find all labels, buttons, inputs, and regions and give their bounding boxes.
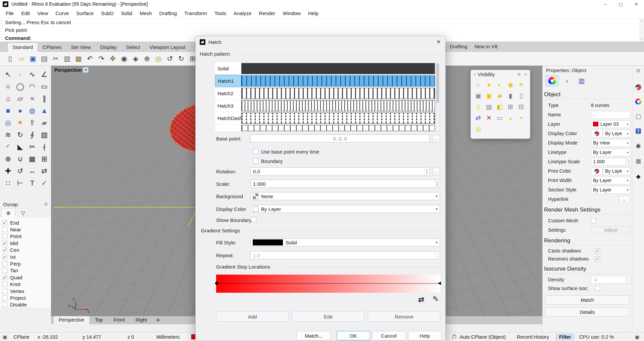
zoom-window-icon[interactable]: ◈	[130, 53, 141, 64]
help-tab-icon[interactable]: ?	[636, 128, 641, 134]
menu-item[interactable]: Render	[255, 10, 279, 16]
menu-item[interactable]: Analyze	[230, 10, 255, 16]
osnap-item[interactable]: Knot	[2, 281, 51, 288]
pattern-row-hatch3[interactable]: Hatch3	[215, 100, 435, 112]
details-button[interactable]: Details	[545, 307, 629, 317]
tool-mesh-icon[interactable]: ▦	[26, 153, 38, 165]
menu-item[interactable]: SubD	[97, 10, 117, 16]
tool-cone-icon[interactable]: ▲	[38, 105, 50, 117]
osnap-checkbox[interactable]	[2, 247, 7, 252]
gradient-stop-end[interactable]	[438, 282, 441, 285]
tool-rectangle-icon[interactable]: ▭	[38, 80, 50, 93]
hatch-dialog-titlebar[interactable]: 8 Hatch	[196, 36, 445, 48]
cut-icon[interactable]: ✂	[50, 53, 61, 64]
edit-gradient-icon[interactable]: ✎	[433, 295, 439, 303]
toolbar-tab[interactable]: Display	[96, 43, 121, 52]
print-color-dropdown[interactable]: By Laye▾	[603, 167, 631, 175]
display-mode-dropdown[interactable]: By View▾	[591, 139, 631, 147]
lock-icon[interactable]: ▮	[505, 90, 516, 101]
tool-dimension-icon[interactable]: ⊢	[14, 177, 26, 189]
new-document-icon[interactable]: ▯	[5, 53, 15, 64]
undo-view-icon[interactable]: ↺	[164, 53, 175, 64]
spinner[interactable]: ▲▼	[424, 168, 429, 175]
menu-item[interactable]: Drafting	[156, 10, 181, 16]
object-properties-tab[interactable]	[545, 75, 559, 87]
toolbar-tab[interactable]: Viewport Layout	[145, 43, 190, 52]
osnap-tab[interactable]: ⊕	[1, 208, 15, 218]
print-icon[interactable]: ▤	[39, 53, 50, 64]
tool-cylinder-icon[interactable]: ◍	[26, 105, 38, 117]
show-isocurves-checkbox[interactable]	[595, 286, 600, 291]
layer-dropdown[interactable]: Layer 03 ▾	[591, 120, 631, 128]
tool-rotate-icon[interactable]: ↺	[14, 165, 26, 177]
tool-sphere-icon[interactable]: ●	[14, 105, 26, 117]
open-file-icon[interactable]: ▱	[16, 53, 27, 64]
cancel-button[interactable]: Cancel	[372, 331, 406, 340]
spinner[interactable]: ▲▼	[627, 158, 631, 166]
material-tab[interactable]: ◖	[560, 75, 574, 87]
tool-revolve-icon[interactable]: ↻	[14, 129, 26, 141]
show-object-icon[interactable]: ●	[484, 79, 494, 90]
zoom-selected-icon[interactable]: ◎	[153, 53, 164, 64]
monitor-icon[interactable]: ▣	[3, 333, 7, 341]
ok-button[interactable]: OK	[337, 331, 370, 340]
isolate-icon[interactable]: ◈	[494, 90, 505, 101]
tool-extrude-icon[interactable]: ⇧	[26, 117, 38, 129]
tool-surface-icon[interactable]: ▰	[38, 117, 50, 129]
tool-sweep-icon[interactable]: ∮	[26, 129, 38, 141]
record-history-toggle[interactable]: Record History	[517, 333, 549, 341]
grid-tab-icon[interactable]: ▦	[636, 158, 641, 165]
filter-tab[interactable]: ▽	[16, 208, 30, 218]
monitor-icon[interactable]: ▢	[636, 113, 641, 120]
toolbar-tab-new-in-v8[interactable]: New in V8	[475, 44, 497, 49]
lock-visibility-icon[interactable]: ◧	[494, 101, 505, 112]
match-properties-button[interactable]: Match	[545, 295, 629, 304]
minimize-button[interactable]: –	[598, 0, 613, 8]
name-field[interactable]	[591, 111, 631, 119]
rotation-pick-button[interactable]: ...	[433, 168, 440, 175]
viewport-tab[interactable]: Top	[90, 316, 108, 324]
pattern-row-hatchdash[interactable]: HatchDash	[215, 112, 435, 124]
tool-offset-icon[interactable]: ∥	[38, 93, 50, 105]
help-button[interactable]: Help	[408, 331, 442, 340]
tool-join-icon[interactable]: ⊕	[2, 153, 14, 165]
viewport-tab[interactable]: Perspective	[54, 316, 89, 324]
tool-chamfer-icon[interactable]: ◣	[14, 141, 26, 153]
viewport-tab[interactable]: Front	[108, 316, 130, 324]
remove-stop-button[interactable]: Remove	[368, 311, 440, 322]
osnap-checkbox[interactable]	[2, 234, 7, 239]
hide-layer-icon[interactable]: ▣	[473, 90, 484, 101]
tool-patch-icon[interactable]: ▨	[38, 129, 50, 141]
show-boundary-checkbox[interactable]	[251, 217, 256, 222]
tool-polyline-icon[interactable]: ∠	[38, 68, 50, 80]
menu-item[interactable]: View	[34, 10, 52, 16]
display-tab-icon[interactable]	[635, 99, 641, 105]
hide-object-icon[interactable]: ○	[473, 79, 484, 90]
tool-loft-icon[interactable]: ≋	[2, 129, 14, 141]
osnap-checkbox[interactable]	[2, 254, 7, 260]
display-color-swatch-button[interactable]	[591, 130, 602, 137]
tool-trim-icon[interactable]: ✂	[26, 141, 38, 153]
show-pick-icon[interactable]: ◉	[505, 79, 516, 90]
spinner[interactable]: ▲▼	[435, 180, 440, 187]
close-icon[interactable]: ✕	[524, 72, 527, 77]
show-group-icon[interactable]: ◒	[505, 112, 516, 123]
casts-shadows-checkbox[interactable]	[595, 248, 600, 253]
toolbar-tab-drafting[interactable]: Drafting	[450, 44, 467, 49]
density-field[interactable]: -1	[591, 276, 626, 284]
osnap-item[interactable]: Mid	[2, 240, 51, 246]
use-base-point-checkbox[interactable]	[253, 149, 258, 154]
menu-item[interactable]: Curve	[52, 10, 72, 16]
lock-document-icon[interactable]: ▤	[484, 101, 494, 112]
swap-visibility-icon[interactable]: ⇄	[473, 112, 484, 123]
gradient-stop-slider[interactable]	[216, 275, 440, 293]
pattern-row-hatch1[interactable]: Hatch1	[215, 75, 435, 87]
filter-toggle[interactable]: Filter	[555, 334, 575, 340]
osnap-checkbox[interactable]	[2, 227, 7, 232]
redo-view-icon[interactable]: ↻	[176, 53, 187, 64]
menu-item[interactable]: Mesh	[136, 10, 156, 16]
tool-boolean-icon[interactable]: ∪	[14, 153, 26, 165]
maximize-button[interactable]: ▢	[613, 0, 629, 8]
osnap-checkbox[interactable]	[2, 302, 7, 307]
menu-item[interactable]: Tools	[211, 10, 230, 16]
